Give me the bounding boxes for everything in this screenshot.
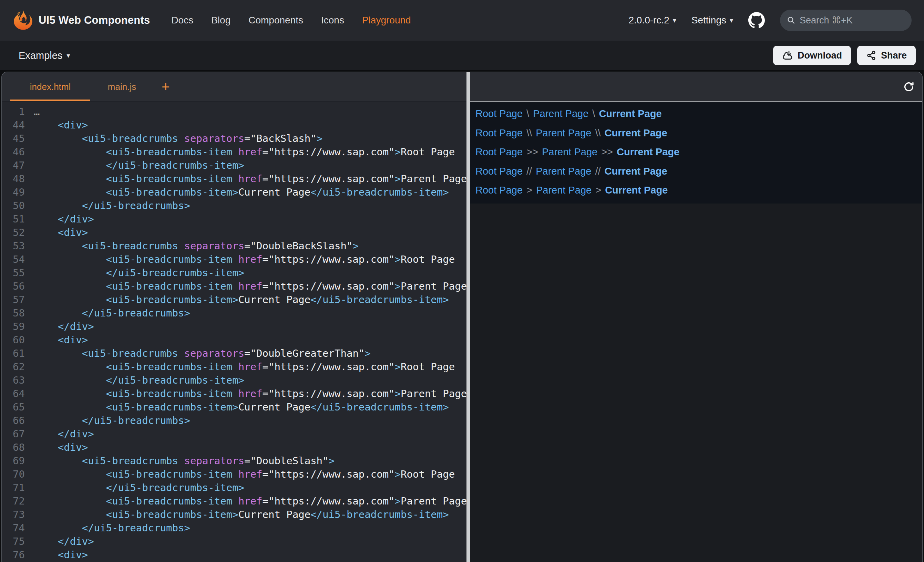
share-button[interactable]: Share [857, 46, 916, 65]
code-line[interactable]: 73 <ui5-breadcrumbs-item>Current Page</u… [2, 508, 466, 522]
code-token-txt: Parent Page [400, 280, 466, 292]
github-link[interactable] [748, 12, 765, 28]
code-line-text: </ui5-breadcrumbs> [34, 522, 190, 535]
code-line[interactable]: 63 </ui5-breadcrumbs-item> [2, 374, 466, 387]
playground-app: UI5 Web Components DocsBlogComponentsIco… [0, 0, 924, 562]
settings-menu[interactable]: Settings ▾ [692, 15, 733, 26]
code-line[interactable]: 74 </ui5-breadcrumbs> [2, 522, 466, 535]
tab-main.js[interactable]: main.js [90, 72, 154, 101]
code-token-tag: </ui5-breadcrumbs-item> [34, 267, 244, 279]
code-line[interactable]: 52 <div> [2, 226, 466, 239]
nav-item-icons[interactable]: Icons [321, 15, 344, 26]
nav-item-components[interactable]: Components [248, 15, 303, 26]
site-header: UI5 Web Components DocsBlogComponentsIco… [0, 0, 924, 40]
code-lines: 1…44 <div>45 <ui5-breadcrumbs separators… [2, 105, 466, 562]
breadcrumb: Root Page>Parent Page>Current Page [476, 181, 922, 200]
breadcrumb-current-item: Current Page [605, 184, 668, 196]
code-token-attr: href [238, 253, 262, 265]
search-input[interactable] [800, 15, 905, 26]
code-token-str: ="DoubleBackSlash" [244, 240, 352, 252]
code-line[interactable]: 56 <ui5-breadcrumbs-item href="https://w… [2, 280, 466, 293]
breadcrumb-link[interactable]: Root Page [476, 127, 523, 139]
code-line[interactable]: 72 <ui5-breadcrumbs-item href="https://w… [2, 495, 466, 508]
code-line[interactable]: 59 </div> [2, 320, 466, 333]
code-line[interactable]: 61 <ui5-breadcrumbs separators="DoubleGr… [2, 347, 466, 360]
code-line[interactable]: 64 <ui5-breadcrumbs-item href="https://w… [2, 387, 466, 400]
line-number: 75 [2, 535, 25, 548]
code-line[interactable]: 71 </ui5-breadcrumbs-item> [2, 481, 466, 495]
breadcrumb-link[interactable]: Root Page [476, 108, 523, 120]
version-menu[interactable]: 2.0.0-rc.2 ▾ [628, 15, 676, 26]
code-line[interactable]: 75 </div> [2, 535, 466, 548]
code-line[interactable]: 60 <div> [2, 333, 466, 347]
pane-splitter-handle[interactable] [466, 72, 470, 562]
code-line[interactable]: 54 <ui5-breadcrumbs-item href="https://w… [2, 253, 466, 266]
code-token-attr: href [238, 280, 262, 292]
code-line[interactable]: 69 <ui5-breadcrumbs separators="DoubleSl… [2, 454, 466, 468]
breadcrumb-link[interactable]: Parent Page [536, 184, 591, 196]
code-token-tag: </ui5-breadcrumbs-item> [310, 294, 449, 306]
code-line[interactable]: 65 <ui5-breadcrumbs-item>Current Page</u… [2, 400, 466, 414]
breadcrumb-link[interactable]: Root Page [476, 184, 523, 196]
code-line[interactable]: 70 <ui5-breadcrumbs-item href="https://w… [2, 468, 466, 481]
code-line[interactable]: 45 <ui5-breadcrumbs separators="BackSlas… [2, 132, 466, 145]
code-line[interactable]: 48 <ui5-breadcrumbs-item href="https://w… [2, 172, 466, 186]
code-line-text: <ui5-breadcrumbs separators="DoubleBackS… [34, 239, 358, 253]
code-token-attr: href [238, 146, 262, 158]
line-number: 58 [2, 306, 25, 320]
code-line[interactable]: 58 </ui5-breadcrumbs> [2, 306, 466, 320]
line-number: 69 [2, 454, 25, 468]
tab-index.html[interactable]: index.html [10, 72, 90, 101]
line-number: 62 [2, 360, 25, 374]
breadcrumb-separator: \ [592, 108, 595, 120]
breadcrumb-link[interactable]: Root Page [476, 146, 523, 158]
code-token-tag: <ui5-breadcrumbs-item> [34, 509, 238, 520]
code-line[interactable]: 55 </ui5-breadcrumbs-item> [2, 266, 466, 280]
code-line[interactable]: 46 <ui5-breadcrumbs-item href="https://w… [2, 145, 466, 159]
breadcrumb-separator: \\ [595, 127, 600, 139]
add-tab-button[interactable]: + [154, 72, 178, 101]
code-line[interactable]: 49 <ui5-breadcrumbs-item>Current Page</u… [2, 186, 466, 199]
code-line[interactable]: 50 </ui5-breadcrumbs> [2, 199, 466, 213]
code-line[interactable]: 57 <ui5-breadcrumbs-item>Current Page</u… [2, 293, 466, 306]
code-token-str: ="https://www.sap.com" [262, 468, 394, 480]
breadcrumb-link[interactable]: Parent Page [542, 146, 597, 158]
code-line-text: </ui5-breadcrumbs> [34, 199, 190, 213]
nav-item-blog[interactable]: Blog [211, 15, 231, 26]
code-line[interactable]: 44 <div> [2, 118, 466, 132]
breadcrumb-separator: > [596, 184, 601, 196]
code-token-tag: </ui5-breadcrumbs-item> [34, 159, 244, 171]
code-line[interactable]: 53 <ui5-breadcrumbs separators="DoubleBa… [2, 239, 466, 253]
examples-menu[interactable]: Examples ▾ [19, 50, 70, 61]
code-line[interactable]: 47 </ui5-breadcrumbs-item> [2, 159, 466, 172]
code-line[interactable]: 66 </ui5-breadcrumbs> [2, 414, 466, 427]
code-token-tag: </ui5-breadcrumbs-item> [34, 374, 244, 386]
code-token-tag: > [328, 455, 334, 467]
nav-item-playground[interactable]: Playground [362, 15, 411, 26]
code-token-tag: <ui5-breadcrumbs-item [34, 468, 238, 480]
code-line[interactable]: 67 </div> [2, 427, 466, 441]
code-token-txt: Current Page [238, 186, 311, 198]
code-token-tag: </ui5-breadcrumbs> [34, 307, 190, 319]
breadcrumb-link[interactable]: Parent Page [536, 166, 591, 177]
code-token-tag: <div> [34, 549, 88, 561]
version-label: 2.0.0-rc.2 [628, 15, 669, 26]
code-token-txt: Root Page [400, 468, 455, 480]
code-line[interactable]: 62 <ui5-breadcrumbs-item href="https://w… [2, 360, 466, 374]
code-line-text: <ui5-breadcrumbs-item href="https://www.… [34, 145, 455, 159]
code-editor[interactable]: 1…44 <div>45 <ui5-breadcrumbs separators… [2, 102, 466, 562]
code-line[interactable]: 51 </div> [2, 213, 466, 226]
code-line[interactable]: 68 <div> [2, 441, 466, 454]
code-line[interactable]: 76 <div> [2, 548, 466, 562]
refresh-button[interactable] [901, 79, 916, 94]
breadcrumb-link[interactable]: Parent Page [533, 108, 588, 120]
nav-item-docs[interactable]: Docs [171, 15, 193, 26]
breadcrumb-link[interactable]: Root Page [476, 166, 523, 177]
line-number: 68 [2, 441, 25, 454]
code-token-tag: > [395, 361, 400, 373]
code-line-text: <ui5-breadcrumbs-item href="https://www.… [34, 253, 455, 266]
download-button[interactable]: Download [773, 46, 851, 65]
code-line[interactable]: 1… [2, 105, 466, 118]
editor-tabs: index.htmlmain.js+ [2, 72, 466, 102]
breadcrumb-link[interactable]: Parent Page [536, 127, 591, 139]
